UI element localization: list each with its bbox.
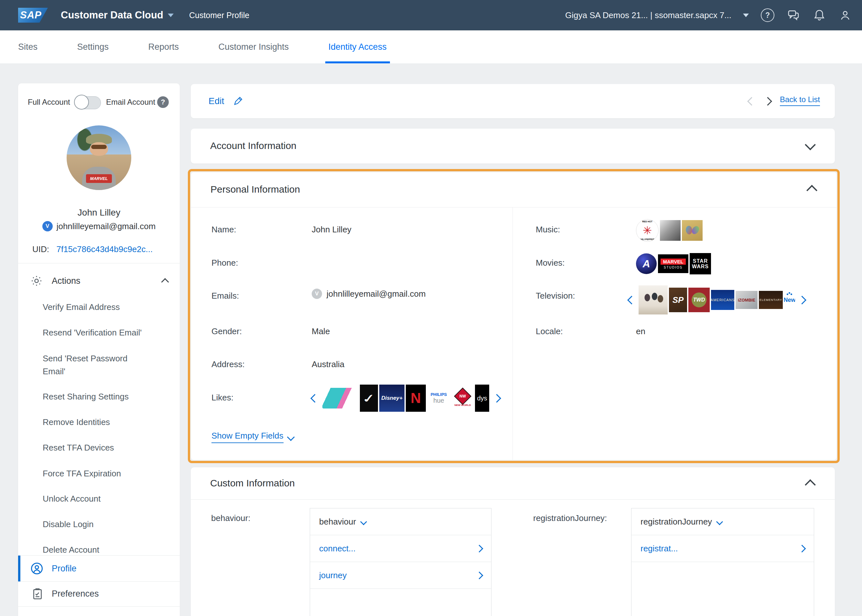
action-resend-verification[interactable]: Resend 'Verification Email' [42,326,153,339]
likes-item-netflix: N [406,385,426,412]
account-information-title: Account Information [210,140,296,151]
custom-header-divider [191,499,835,500]
account-information-expand-icon[interactable] [805,139,816,150]
registration-link[interactable]: registrat... [631,535,814,562]
previous-record-icon[interactable] [747,97,756,106]
behaviour-label: behaviour: [211,513,250,523]
registration-journey-dropdown[interactable]: registrationJourney [631,508,814,535]
movies-label: Movies: [536,258,565,268]
paw-icon [786,292,792,295]
action-remove-identities[interactable]: Remove Identities [42,416,153,429]
behaviour-connect-link[interactable]: connect... [310,535,491,562]
back-to-list-link[interactable]: Back to List [780,95,820,106]
behaviour-journey-link[interactable]: journey [310,562,491,589]
action-verify-email[interactable]: Verify Email Address [42,300,153,313]
address-value: Australia [312,359,344,369]
movies-item-star-wars: STAR WARS [690,253,711,274]
likes-item-nike: ✓ [360,385,378,412]
action-unlock-account[interactable]: Unlock Account [42,492,153,505]
star-wars-line1: STAR [693,258,708,264]
uid-value-link[interactable]: 7f15c786c43d4b9c9e2c... [56,244,153,254]
actions-collapse-icon[interactable] [161,278,169,286]
sidebar-item-preferences-label: Preferences [52,589,99,599]
edit-button[interactable]: Edit [209,84,244,118]
action-reset-tfa[interactable]: Reset TFA Devices [42,441,153,454]
next-record-icon[interactable] [763,97,772,106]
toggle-knob[interactable] [74,95,89,110]
television-item-partial-label: New [784,297,795,303]
sap-logo-text: SAP [20,9,42,21]
action-delete-account[interactable]: Delete Account [42,543,153,556]
registration-empty-row [631,562,814,616]
action-force-tfa[interactable]: Force TFA Expiration [42,467,153,480]
behaviour-dropdown-label: behaviour [319,517,356,527]
avatar-face [90,142,108,156]
emails-label: Emails: [211,291,239,301]
help-icon[interactable]: ? [760,8,775,22]
sidebar-item-preferences[interactable]: Preferences [18,581,180,607]
philips-wordmark: PHILIPS [431,392,447,397]
television-prev-icon[interactable] [627,296,636,305]
music-thumbnails: RED HOT ✳ CHILI PEPPERS [636,219,703,242]
tab-reports[interactable]: Reports [148,30,179,63]
rhcp-ring-text-bottom: CHILI PEPPERS [636,238,658,240]
sidebar-item-profile[interactable]: Profile [18,555,180,582]
marvel-wordmark: MARVEL [661,259,686,265]
television-next-icon[interactable] [798,296,806,305]
toggle-help-icon[interactable]: ? [157,96,169,108]
tab-identity-access-label: Identity Access [329,42,387,52]
action-reset-sharing[interactable]: Reset Sharing Settings [42,390,153,403]
personal-information-card: Personal Information Name: John Lilley P… [191,172,837,460]
emails-value: johnlilleyemail@gmail.com [327,289,426,299]
behaviour-dropdown[interactable]: behaviour [310,508,491,535]
likes-prev-icon[interactable] [310,394,319,403]
television-item-sitcom-cast-photo [639,285,668,314]
account-selector-dropdown-icon[interactable] [743,14,749,17]
user-profile-icon[interactable] [838,8,852,22]
likes-item-philips-hue: PHILIPS hue [427,388,450,409]
page-title: Customer Profile [189,11,249,20]
sidebar-item-profile-label: Profile [52,564,77,574]
registration-journey-panel: registrationJourney registrat... [631,508,814,616]
account-type-toggle[interactable] [75,96,101,109]
action-send-reset-password[interactable]: Send 'Reset Password Email' [42,352,149,378]
sidebar-item-privacy[interactable]: Privacy [18,607,180,616]
locale-label: Locale: [536,327,563,336]
account-information-card: Account Information [191,129,835,163]
gender-label: Gender: [211,327,242,336]
edit-label: Edit [209,96,224,106]
twd-wordmark: TWD [692,292,706,307]
help-question-glyph: ? [761,8,774,22]
app-title[interactable]: Customer Data Cloud [61,9,163,21]
avatar: MARVEL [67,126,131,190]
show-empty-fields-link[interactable]: Show Empty Fields [211,431,294,443]
behaviour-empty-row [310,589,491,616]
tab-identity-access[interactable]: Identity Access [329,30,387,63]
feedback-chat-icon[interactable] [786,8,801,22]
app-title-dropdown-icon[interactable] [168,14,174,17]
notifications-bell-icon[interactable] [812,8,826,22]
email-account-toggle-label: Email Account [106,97,155,107]
personal-information-title: Personal Information [211,184,300,195]
tab-customer-insights[interactable]: Customer Insights [219,30,289,63]
avatar-shirt-text: MARVEL [86,174,112,183]
action-disable-login[interactable]: Disable Login [42,518,153,531]
custom-information-collapse-icon[interactable] [805,479,816,490]
profile-person-icon [30,561,44,575]
behaviour-journey-label: journey [319,570,347,580]
personal-information-header: Personal Information [191,172,837,207]
gender-value: Male [312,327,330,336]
tab-sites[interactable]: Sites [18,30,38,63]
music-item-band-photo [660,220,681,241]
journey-chevron-icon [475,571,483,579]
uid-label: UID: [32,244,49,254]
new-world-diamond-logo: NW [454,388,472,405]
movies-item-marvel-studios: MARVEL STUDIOS [658,255,688,273]
account-selector[interactable]: Gigya SA Demos 21... | ssomaster.sapcx 7… [565,10,731,20]
sap-logo[interactable]: SAP [18,8,48,23]
top-bar: SAP Customer Data Cloud Customer Profile… [0,0,862,30]
personal-information-collapse-icon[interactable] [806,185,817,196]
tab-settings[interactable]: Settings [77,30,109,63]
likes-next-icon[interactable] [492,394,501,403]
active-item-indicator [18,556,20,581]
